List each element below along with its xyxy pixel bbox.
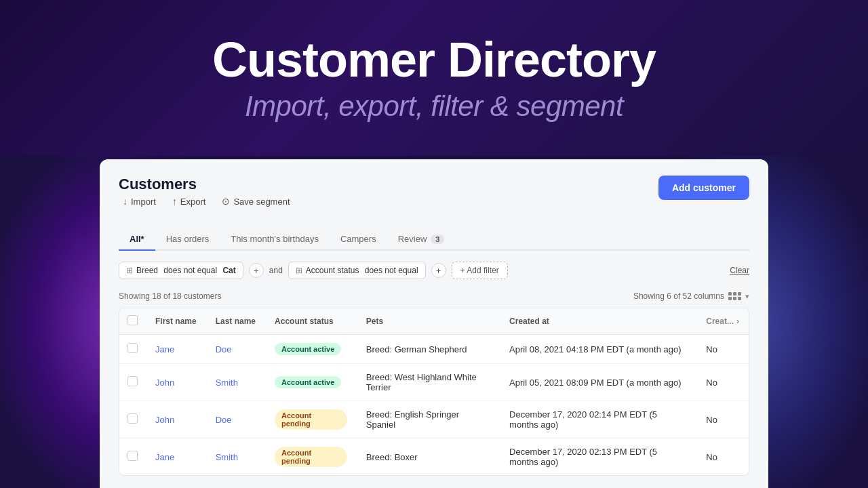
filter-breed-field: Breed (136, 266, 158, 275)
row-checkbox[interactable] (127, 376, 138, 386)
first-name-link[interactable]: Jane (155, 452, 174, 462)
cell-created-at: December 17, 2020 02:13 PM EDT (5 months… (500, 439, 696, 476)
status-badge: Account pending (275, 409, 347, 430)
import-icon: ↓ (123, 196, 127, 207)
cell-last-name: Smith (206, 364, 265, 401)
tab-all-label: All* (130, 234, 144, 244)
export-label: Export (180, 197, 206, 207)
cell-extra: No (696, 439, 749, 476)
status-badge: Account pending (275, 447, 347, 467)
cell-first-name: John (146, 401, 206, 439)
col-extra: Creat... › (696, 308, 749, 335)
cell-last-name: Doe (206, 335, 265, 364)
tab-birthdays-label: This month's birthdays (231, 234, 319, 244)
row-checkbox[interactable] (127, 343, 138, 353)
cell-created-at: December 17, 2020 02:14 PM EDT (5 months… (500, 401, 696, 439)
toolbar: ↓ Import ↑ Export ⊙ Save segment (119, 193, 294, 209)
clear-filters-button[interactable]: Clear (730, 266, 749, 275)
tab-review-label: Review (398, 234, 427, 244)
cell-account-status: Account active (265, 364, 357, 401)
filter-status-field: Account status (306, 266, 359, 275)
filter-status-operator: does not equal (363, 266, 418, 275)
card-wrapper: Customers ↓ Import ↑ Export ⊙ Save segme… (100, 159, 768, 488)
add-customer-button[interactable]: Add customer (658, 176, 749, 200)
columns-info[interactable]: Showing 6 of 52 columns ▾ (633, 291, 749, 301)
first-name-link[interactable]: Jane (155, 344, 174, 354)
columns-grid-icon (728, 292, 741, 300)
first-name-link[interactable]: John (155, 415, 174, 425)
add-filter-button[interactable]: + Add filter (452, 262, 508, 279)
first-name-link[interactable]: John (155, 378, 174, 388)
header-row: First name Last name Account status Pets… (119, 308, 749, 335)
filter-bar: ⊞ Breed does not equal Cat + and ⊞ Accou… (119, 262, 749, 279)
col-first-name: First name (146, 308, 206, 335)
cell-extra: No (696, 401, 749, 439)
import-button[interactable]: ↓ Import (119, 193, 160, 209)
save-segment-button[interactable]: ⊙ Save segment (218, 193, 294, 209)
row-checkbox-cell[interactable] (119, 401, 146, 439)
hero-subtitle: Import, export, filter & segment (245, 90, 623, 123)
cell-last-name: Doe (206, 401, 265, 439)
tab-campers-label: Campers (340, 234, 376, 244)
filter-breed-add-btn[interactable]: + (249, 263, 264, 278)
last-name-link[interactable]: Smith (216, 452, 238, 462)
row-checkbox[interactable] (127, 451, 138, 461)
cell-first-name: Jane (146, 335, 206, 364)
export-icon: ↑ (172, 196, 177, 207)
cell-pets: Breed: Boxer (357, 439, 500, 476)
filter-connector: and (269, 266, 283, 275)
tab-campers[interactable]: Campers (330, 228, 387, 251)
page-title: Customers (119, 176, 294, 193)
cell-pets: Breed: German Shepherd (357, 335, 500, 364)
scroll-right-icon[interactable]: › (736, 317, 739, 326)
header-checkbox[interactable] (119, 308, 146, 335)
card-header: Customers ↓ Import ↑ Export ⊙ Save segme… (119, 176, 749, 220)
filter-chip-account-status[interactable]: ⊞ Account status does not equal (288, 262, 426, 279)
table: First name Last name Account status Pets… (119, 308, 749, 475)
row-checkbox-cell[interactable] (119, 335, 146, 364)
last-name-link[interactable]: Doe (216, 344, 232, 354)
import-label: Import (131, 197, 156, 207)
save-segment-label: Save segment (233, 197, 290, 207)
filter-breed-value: Cat (222, 266, 235, 275)
table-row: Jane Doe Account active Breed: German Sh… (119, 335, 749, 364)
chevron-down-icon: ▾ (745, 292, 749, 301)
save-segment-icon: ⊙ (222, 196, 230, 207)
hero-title: Customer Directory (212, 33, 656, 87)
filter-status-icon: ⊞ (296, 266, 302, 275)
row-checkbox-cell[interactable] (119, 439, 146, 476)
col-pets: Pets (357, 308, 500, 335)
filter-chip-breed[interactable]: ⊞ Breed does not equal Cat (119, 262, 243, 279)
cell-created-at: April 05, 2021 08:09 PM EDT (a month ago… (500, 364, 696, 401)
export-button[interactable]: ↑ Export (168, 193, 210, 209)
last-name-link[interactable]: Doe (216, 415, 232, 425)
cell-first-name: Jane (146, 439, 206, 476)
table-row: John Doe Account pending Breed: English … (119, 401, 749, 439)
table-meta: Showing 18 of 18 customers Showing 6 of … (119, 291, 749, 301)
hero-banner: Customer Directory Import, export, filte… (0, 0, 868, 156)
filter-status-add-btn[interactable]: + (431, 263, 446, 278)
tab-all[interactable]: All* (119, 228, 155, 251)
cell-extra: No (696, 364, 749, 401)
table-row: John Smith Account active Breed: West Hi… (119, 364, 749, 401)
col-account-status: Account status (265, 308, 357, 335)
cell-first-name: John (146, 364, 206, 401)
tab-review[interactable]: Review 3 (387, 228, 456, 251)
select-all-checkbox[interactable] (127, 315, 138, 325)
tab-has-orders[interactable]: Has orders (155, 228, 220, 251)
col-created-at: Created at (500, 308, 696, 335)
last-name-link[interactable]: Smith (216, 378, 238, 388)
cell-extra: No (696, 335, 749, 364)
status-badge: Account active (275, 376, 341, 388)
columns-label: Showing 6 of 52 columns (633, 291, 724, 301)
cell-pets: Breed: English Springer Spaniel (357, 401, 500, 439)
table-body: Jane Doe Account active Breed: German Sh… (119, 335, 749, 476)
cell-account-status: Account active (265, 335, 357, 364)
col-last-name: Last name (206, 308, 265, 335)
tabs-nav: All* Has orders This month's birthdays C… (119, 228, 749, 251)
table-count: Showing 18 of 18 customers (119, 291, 221, 301)
row-checkbox-cell[interactable] (119, 364, 146, 401)
tab-birthdays[interactable]: This month's birthdays (220, 228, 330, 251)
table-row: Jane Smith Account pending Breed: Boxer … (119, 439, 749, 476)
row-checkbox[interactable] (127, 413, 138, 424)
